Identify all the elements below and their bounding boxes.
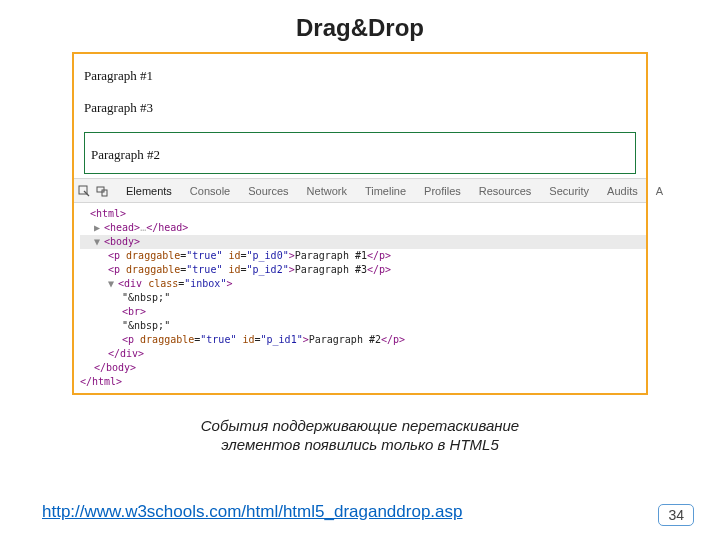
tab-resources[interactable]: Resources [473,185,538,197]
tab-audits[interactable]: Audits [601,185,644,197]
rendered-page: Paragraph #1 Paragraph #3 Paragraph #2 [74,54,646,178]
dom-line[interactable]: <p draggable="true" id="p_id2">Paragraph… [80,263,646,277]
paragraph-1[interactable]: Paragraph #1 [84,68,636,84]
tab-profiles[interactable]: Profiles [418,185,467,197]
tab-sources[interactable]: Sources [242,185,294,197]
dom-line[interactable]: <br> [80,305,646,319]
dom-line[interactable]: ▶<head>…</head> [80,221,646,235]
inspect-icon[interactable] [78,184,90,198]
caption-line-1: События поддерживающие перетаскивание [201,417,519,434]
dom-line[interactable]: <p draggable="true" id="p_id0">Paragraph… [80,249,646,263]
dom-line[interactable]: <html> [80,207,646,221]
tab-console[interactable]: Console [184,185,236,197]
paragraph-2[interactable]: Paragraph #2 [91,147,629,163]
tab-security[interactable]: Security [543,185,595,197]
screenshot-panel: Paragraph #1 Paragraph #3 Paragraph #2 E… [72,52,648,395]
tab-elements[interactable]: Elements [120,185,178,197]
spacer [91,135,629,145]
tab-overflow[interactable]: A [650,185,669,197]
dom-line[interactable]: </div> [80,347,646,361]
device-toggle-icon[interactable] [96,184,108,198]
devtools-panel: Elements Console Sources Network Timelin… [74,178,646,393]
dom-line-body[interactable]: ▼<body> [80,235,646,249]
dom-line[interactable]: </body> [80,361,646,375]
dom-line[interactable]: ▼<div class="inbox"> [80,277,646,291]
caption-line-2: элементов появились только в HTML5 [221,436,499,453]
tab-timeline[interactable]: Timeline [359,185,412,197]
devtools-dom-tree[interactable]: <html> ▶<head>…</head> ▼<body> <p dragga… [74,203,646,393]
reference-link[interactable]: http://www.w3schools.com/html/html5_drag… [42,502,462,522]
dom-line[interactable]: "&nbsp;" [80,319,646,333]
tab-network[interactable]: Network [301,185,353,197]
dom-line[interactable]: "&nbsp;" [80,291,646,305]
drop-target-inbox[interactable]: Paragraph #2 [84,132,636,174]
slide-number: 34 [658,504,694,526]
slide-title: Drag&Drop [0,14,720,42]
dom-line[interactable]: <p draggable="true" id="p_id1">Paragraph… [80,333,646,347]
dom-line[interactable]: </html> [80,375,646,389]
paragraph-3[interactable]: Paragraph #3 [84,100,636,116]
devtools-toolbar: Elements Console Sources Network Timelin… [74,179,646,203]
caption: События поддерживающие перетаскивание эл… [0,417,720,455]
